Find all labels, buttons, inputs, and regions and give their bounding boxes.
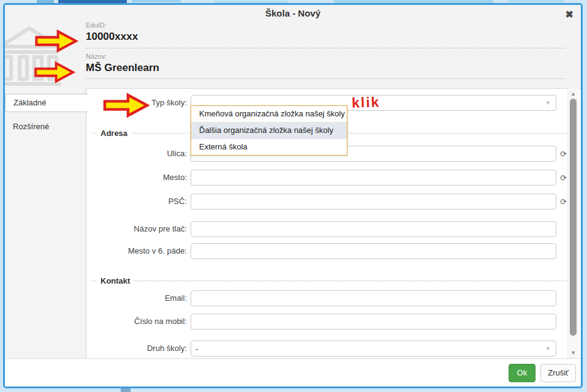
divider [91, 133, 96, 134]
mesto-v-6-pade-input[interactable] [191, 243, 556, 259]
dialog-title: Škola - Nový [5, 8, 581, 18]
cislo-na-mobil-label: Číslo na mobil: [85, 314, 187, 330]
kontakt-section-legend: Kontakt [91, 276, 570, 285]
cislo-na-mobil-input[interactable] [191, 314, 556, 330]
druh-skoly-value: - [195, 344, 198, 353]
klik-annotation: klik [352, 94, 381, 111]
background-toolbar [509, 0, 564, 2]
nazov-pre-tlac-input[interactable] [191, 221, 556, 237]
chevron-down-icon[interactable]: ▼ [545, 346, 551, 352]
dropdown-option-externa[interactable]: Externá škola [191, 139, 347, 155]
email-input[interactable] [191, 290, 556, 306]
divider [86, 48, 565, 48]
tab-zakladne[interactable]: Základné [5, 94, 88, 112]
eduid-label: EduID: [86, 21, 107, 29]
close-icon[interactable]: ✖ [566, 9, 574, 20]
ulica-label: Ulica: [85, 146, 187, 162]
refresh-icon[interactable]: ⟳ [559, 149, 568, 159]
typ-skoly-dropdown-list: Kmeňová organizačná zložka našej školy Ď… [191, 105, 347, 156]
tab-rozsirene[interactable]: Rozšírené [13, 122, 49, 131]
background-toolbar [132, 0, 181, 2]
nazov-value: MŠ Greenlearn [86, 62, 159, 74]
nazov-pre-tlac-label: Názov pre tlač: [85, 221, 187, 237]
vertical-scrollbar[interactable]: ▲ ▼ [567, 88, 578, 358]
druh-skoly-label: Druh školy: [85, 341, 187, 356]
mesto-input[interactable] [191, 170, 556, 186]
cancel-button[interactable]: Zrušiť [540, 364, 576, 382]
mesto-label: Mesto: [85, 170, 187, 186]
scrollbar-up-icon[interactable]: ▲ [568, 91, 578, 97]
mesto-v-6-pade-label: Mesto v 6. páde: [85, 243, 187, 259]
dialog-skola-novy: Škola - Nový ✖ EduID: 10000xxxx Názov: M… [3, 3, 583, 388]
arrow-annotation-typ-skoly [103, 92, 150, 118]
divider [86, 78, 565, 79]
chevron-down-icon[interactable]: ▼ [545, 100, 551, 106]
divider [91, 281, 96, 281]
nazov-label: Názov: [86, 53, 107, 60]
adresa-legend-text: Adresa [100, 129, 127, 138]
arrow-annotation-eduid [32, 29, 81, 53]
arrow-annotation-nazov [29, 61, 80, 83]
psc-input[interactable] [191, 194, 556, 209]
druh-skoly-select[interactable]: - ▼ [191, 341, 556, 356]
ok-button[interactable]: Ok [509, 364, 536, 382]
dialog-header: Škola - Nový ✖ EduID: 10000xxxx Názov: M… [5, 5, 581, 89]
email-label: Email: [85, 290, 187, 306]
divider [134, 281, 570, 281]
dropdown-option-dalsia[interactable]: Ďalšia organizačná zložka našej školy [191, 123, 347, 139]
kontakt-legend-text: Kontakt [100, 276, 130, 285]
psc-label: PSČ: [85, 194, 187, 209]
refresh-icon[interactable]: ⟳ [559, 197, 568, 206]
refresh-icon[interactable]: ⟳ [559, 173, 568, 183]
dropdown-option-kmenova[interactable]: Kmeňová organizačná zložka našej školy [191, 106, 347, 123]
scrollbar-thumb[interactable] [570, 99, 577, 336]
eduid-value: 10000xxxx [86, 31, 138, 43]
dialog-footer: Ok Zrušiť [5, 358, 581, 386]
scrollbar-down-icon[interactable]: ▼ [568, 350, 578, 356]
